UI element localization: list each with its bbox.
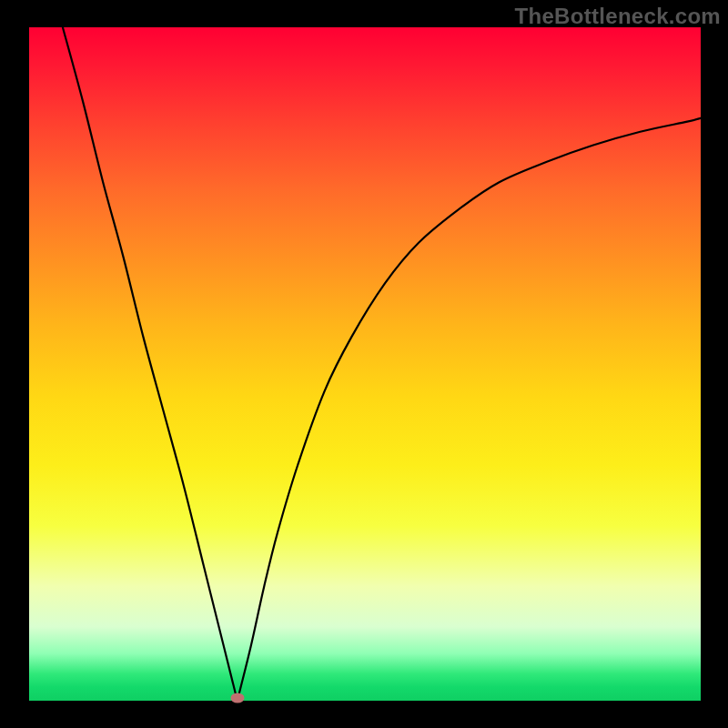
- watermark-text: TheBottleneck.com: [515, 4, 721, 29]
- minimum-point-marker: [230, 693, 244, 703]
- bottleneck-curve: [29, 27, 701, 701]
- chart-frame: TheBottleneck.com: [0, 0, 728, 728]
- plot-area: [29, 27, 701, 701]
